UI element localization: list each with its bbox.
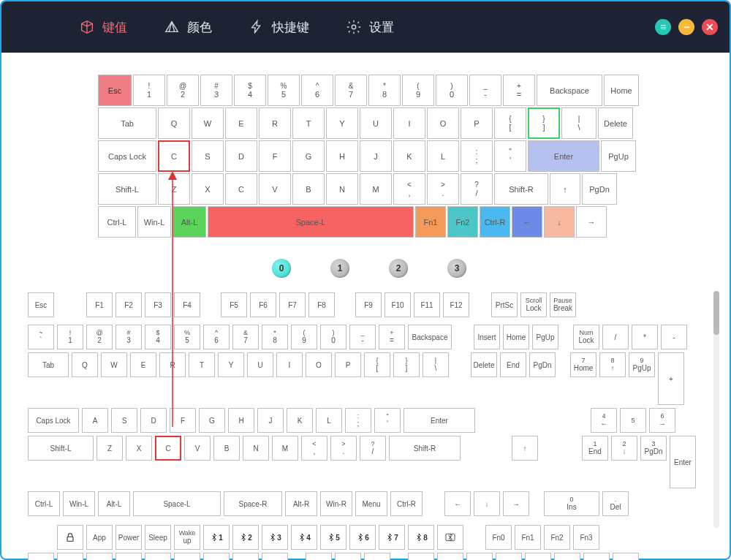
menu-button[interactable]: ≡ xyxy=(655,19,671,35)
key-mouseR[interactable] xyxy=(496,553,522,560)
key-F3[interactable]: F3 xyxy=(145,292,171,317)
key-R[interactable]: R xyxy=(259,107,291,139)
key-8[interactable]: *8 xyxy=(368,75,401,106)
key-/[interactable]: / xyxy=(602,325,629,349)
scrollbar[interactable] xyxy=(713,291,719,528)
key-Ctrl-R[interactable]: Ctrl-R xyxy=(390,491,423,516)
key-mouseU[interactable] xyxy=(525,553,551,560)
key-M[interactable]: M xyxy=(360,173,392,205)
key-Backspace[interactable]: Backspace xyxy=(537,75,602,106)
key-Z[interactable]: Z xyxy=(96,436,123,461)
key-4[interactable]: 4 xyxy=(291,525,317,550)
key-↑[interactable]: 8↑ xyxy=(599,352,626,377)
key-Fn3[interactable]: Fn3 xyxy=(573,525,599,550)
key-7[interactable]: &7 xyxy=(335,75,367,106)
key--[interactable]: - xyxy=(661,325,687,349)
key-btg[interactable] xyxy=(437,525,463,550)
key-V[interactable]: V xyxy=(184,436,211,461)
key-mouse[interactable] xyxy=(306,553,332,560)
key-F9[interactable]: F9 xyxy=(355,292,382,317)
key-'[interactable]: "' xyxy=(494,140,526,172)
key-Shift-R[interactable]: Shift-R xyxy=(389,436,461,461)
layer-1[interactable]: 1 xyxy=(330,259,349,278)
key-Menu[interactable]: Menu xyxy=(355,491,387,516)
key-Q[interactable]: Q xyxy=(158,107,190,139)
key-Space-R[interactable]: Space-R xyxy=(224,491,282,516)
key-2[interactable]: @2 xyxy=(167,75,199,106)
key-.[interactable]: >. xyxy=(330,436,357,461)
key-7[interactable]: &7 xyxy=(232,325,259,349)
key-voldn[interactable] xyxy=(145,553,171,560)
key-6[interactable]: ^6 xyxy=(301,75,333,106)
key-mouse[interactable] xyxy=(335,553,361,560)
key-4[interactable]: $4 xyxy=(145,325,171,349)
key-play[interactable] xyxy=(28,553,54,560)
key-→[interactable]: 6→ xyxy=(649,408,675,433)
key-↑[interactable]: ↑ xyxy=(512,436,538,461)
key-5[interactable]: %5 xyxy=(268,75,300,106)
key-Esc[interactable]: Esc xyxy=(98,75,132,106)
key-K[interactable]: K xyxy=(393,140,425,172)
key-C[interactable]: C xyxy=(155,436,181,461)
key-R[interactable]: R xyxy=(159,352,186,377)
key-J[interactable]: J xyxy=(257,408,284,433)
key-W[interactable]: W xyxy=(101,352,127,377)
key-0[interactable]: )0 xyxy=(436,75,468,106)
key-Tab[interactable]: Tab xyxy=(98,107,156,139)
key-2[interactable]: 2 xyxy=(232,525,259,550)
key-3[interactable]: #3 xyxy=(115,325,142,349)
key-S[interactable]: S xyxy=(111,408,137,433)
key-Fn1[interactable]: Fn1 xyxy=(415,206,446,238)
key-N[interactable]: N xyxy=(326,173,358,205)
key-F10[interactable]: F10 xyxy=(385,292,411,317)
key-Del[interactable]: .Del xyxy=(602,491,629,516)
key-Ins[interactable]: 0Ins xyxy=(544,491,599,516)
key-F5[interactable]: F5 xyxy=(221,292,247,317)
tab-keyvalue[interactable]: 键值 xyxy=(79,19,127,36)
key-→[interactable]: → xyxy=(503,491,529,516)
key-Alt-L[interactable]: Alt-L xyxy=(173,206,206,238)
key-Caps Lock[interactable]: Caps Lock xyxy=(98,140,156,172)
key-→[interactable]: → xyxy=(576,206,607,238)
key-↓[interactable]: ↓ xyxy=(544,206,575,238)
key-App[interactable]: App xyxy=(86,525,113,550)
key-[[interactable]: {[ xyxy=(494,107,526,139)
key-Ctrl-R[interactable]: Ctrl-R xyxy=(480,206,510,238)
key-F7[interactable]: F7 xyxy=(279,292,306,317)
key-U[interactable]: U xyxy=(360,107,392,139)
key-Caps Lock[interactable]: Caps Lock xyxy=(28,408,79,433)
minimize-button[interactable]: − xyxy=(678,19,694,35)
layer-2[interactable]: 2 xyxy=(389,259,408,278)
key-F6[interactable]: F6 xyxy=(250,292,276,317)
key-mail[interactable] xyxy=(232,553,259,560)
key-up[interactable]: Wakeup xyxy=(174,525,200,550)
key-B[interactable]: B xyxy=(292,173,325,205)
key-H[interactable]: H xyxy=(326,140,358,172)
key-PgUp[interactable]: PgUp xyxy=(601,140,636,172)
key-4[interactable]: $4 xyxy=(234,75,266,106)
key-C[interactable]: C xyxy=(158,140,190,172)
key-next[interactable] xyxy=(86,553,113,560)
key-F1[interactable]: F1 xyxy=(86,292,113,317)
key-Break[interactable]: PauseBreak xyxy=(550,292,576,317)
key-'[interactable]: "' xyxy=(374,408,401,433)
key-;[interactable]: :; xyxy=(345,408,371,433)
key-Esc[interactable]: Esc xyxy=(28,292,54,317)
key-M[interactable]: M xyxy=(272,436,298,461)
key-Win-L[interactable]: Win-L xyxy=(137,206,171,238)
key-Shift-R[interactable]: Shift-R xyxy=(494,173,548,205)
key-Home[interactable]: Home xyxy=(503,325,529,349)
key-9[interactable]: (9 xyxy=(402,75,434,106)
key-G[interactable]: G xyxy=(199,408,225,433)
key-PgUp[interactable]: 9PgUp xyxy=(629,352,655,377)
key-5[interactable]: 5 xyxy=(320,525,346,550)
layer-0[interactable]: 0 xyxy=(272,259,291,278)
key-F[interactable]: F xyxy=(259,140,291,172)
key-C[interactable]: C xyxy=(225,173,257,205)
key-/[interactable]: ?/ xyxy=(461,173,493,205)
key-Lock[interactable]: NumLock xyxy=(573,325,599,349)
key-7[interactable]: 7 xyxy=(379,525,405,550)
key-Fn1[interactable]: Fn1 xyxy=(515,525,541,550)
key-D[interactable]: D xyxy=(225,140,257,172)
close-button[interactable]: ✕ xyxy=(702,19,718,35)
